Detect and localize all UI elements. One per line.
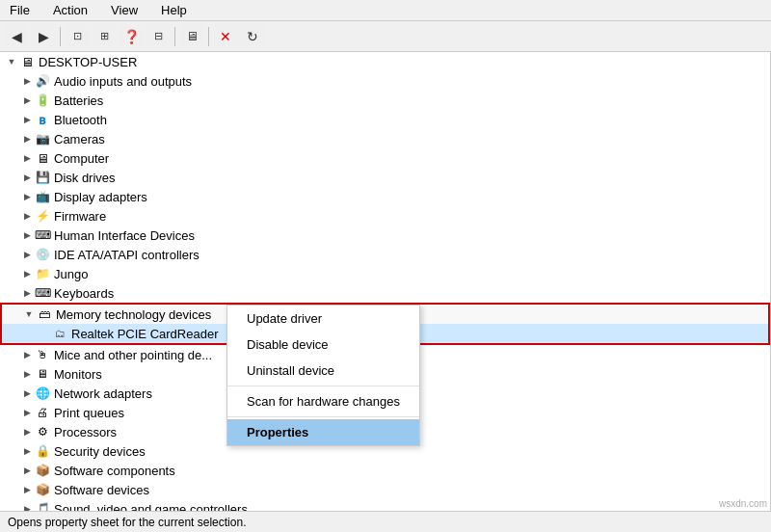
list-item[interactable]: ▶ Firmware [0, 206, 770, 226]
toolbar-sep-2 [174, 27, 175, 46]
toggle[interactable]: ▶ [19, 93, 35, 108]
root-toggle[interactable]: ▼ [4, 54, 19, 69]
ctx-update-driver[interactable]: Update driver [227, 306, 419, 332]
sw-devices-icon [35, 482, 50, 497]
ide-icon: 💿 [35, 247, 50, 262]
item-label: Realtek PCIE CardReader [71, 327, 218, 341]
toggle[interactable]: ▶ [19, 347, 35, 362]
toggle[interactable]: ▶ [19, 443, 35, 459]
forward-button[interactable]: ▶ [31, 24, 56, 49]
ctx-sep-2 [227, 416, 419, 417]
print-icon [35, 405, 50, 420]
toggle[interactable]: ▶ [19, 227, 35, 243]
item-label: Processors [54, 425, 117, 439]
item-label: Print queues [54, 406, 124, 420]
menubar: File Action View Help [0, 0, 771, 21]
network-icon [35, 386, 50, 401]
toggle[interactable]: ▶ [19, 482, 35, 497]
item-label: Firmware [54, 209, 106, 224]
menu-action[interactable]: Action [47, 1, 93, 19]
item-label: Bluetooth [54, 113, 107, 127]
list-item[interactable]: ▶ ʙ Bluetooth [0, 110, 770, 129]
toggle[interactable]: ▶ [19, 405, 35, 420]
item-label: Jungo [54, 267, 88, 281]
toggle[interactable]: ▶ [19, 131, 35, 146]
list-item[interactable]: ▶ Computer [0, 148, 770, 168]
toggle[interactable]: ▶ [19, 170, 35, 185]
list-item[interactable]: ▶ Software components [0, 461, 770, 480]
watermark: wsxdn.com [719, 498, 767, 509]
mouse-icon: 🖱 [35, 347, 50, 362]
toggle[interactable]: ▶ [19, 366, 35, 382]
item-label: Mice and other pointing de... [54, 348, 212, 362]
item-label: Human Interface Devices [54, 228, 195, 243]
root-label: DESKTOP-USER [39, 55, 137, 69]
list-item[interactable]: ▶ Jungo [0, 264, 770, 283]
list-item[interactable]: ▶ Batteries [0, 91, 770, 110]
list-item[interactable]: ▶ ⌨ Human Interface Devices [0, 226, 770, 245]
menu-help[interactable]: Help [155, 1, 193, 19]
toggle[interactable]: ▼ [21, 306, 37, 322]
back-button[interactable]: ◀ [4, 24, 29, 49]
item-label: Disk drives [54, 171, 116, 185]
menu-file[interactable]: File [4, 1, 36, 19]
monitor-icon: 🖥 [35, 366, 50, 382]
display-icon: 📺 [35, 189, 50, 204]
view2-button[interactable]: ⊞ [92, 24, 117, 49]
item-label: Cameras [54, 132, 105, 146]
list-item[interactable]: ▶ Audio inputs and outputs [0, 71, 770, 91]
hid-icon: ⌨ [35, 227, 50, 243]
toggle[interactable]: ▶ [19, 73, 35, 89]
list-item[interactable]: ▶ 💾 Disk drives [0, 168, 770, 187]
main-content: ▼ DESKTOP-USER ▶ Audio inputs and output… [0, 52, 771, 511]
toggle[interactable]: ▶ [19, 247, 35, 262]
item-label: Audio inputs and outputs [54, 74, 192, 89]
ctx-disable-device[interactable]: Disable device [227, 332, 419, 358]
list-item[interactable]: ▶ Sound, video and game controllers [0, 499, 770, 511]
toggle[interactable]: ▶ [19, 266, 35, 281]
item-label: Display adapters [54, 190, 147, 204]
list-item[interactable]: ▶ ⌨ Keyboards [0, 283, 770, 303]
toggle[interactable]: ▶ [19, 424, 35, 439]
bluetooth-icon: ʙ [35, 112, 50, 127]
toggle[interactable]: ▶ [19, 463, 35, 478]
battery-icon [35, 93, 50, 108]
remove-button[interactable]: ✕ [213, 24, 238, 49]
computer-icon [19, 54, 35, 69]
view3-button[interactable]: ⊟ [146, 24, 171, 49]
refresh-button[interactable]: ↻ [240, 24, 265, 49]
ctx-properties[interactable]: Properties [227, 419, 419, 445]
menu-view[interactable]: View [105, 1, 144, 19]
list-item[interactable]: ▶ 💿 IDE ATA/ATAPI controllers [0, 245, 770, 264]
item-label: IDE ATA/ATAPI controllers [54, 248, 199, 262]
camera-icon [35, 131, 50, 146]
tree-root[interactable]: ▼ DESKTOP-USER [0, 52, 770, 71]
toggle[interactable]: ▶ [19, 189, 35, 204]
cardreader-icon: 🗂 [52, 326, 67, 341]
toolbar-sep-1 [60, 27, 61, 46]
ctx-uninstall-device[interactable]: Uninstall device [227, 358, 419, 384]
item-label: Monitors [54, 367, 102, 382]
context-menu: Update driver Disable device Uninstall d… [226, 305, 420, 446]
security-icon [35, 443, 50, 459]
toggle[interactable]: ▶ [19, 150, 35, 166]
ctx-sep-1 [227, 386, 419, 386]
item-label: Computer [54, 151, 109, 166]
help-button[interactable]: ❓ [119, 24, 144, 49]
memory-icon: 🗃 [37, 306, 52, 322]
list-item[interactable]: ▶ Cameras [0, 129, 770, 148]
list-item[interactable]: ▶ Software devices [0, 480, 770, 499]
view1-button[interactable]: ⊡ [65, 24, 90, 49]
toggle[interactable]: ▶ [19, 112, 35, 127]
toggle[interactable]: ▶ [19, 208, 35, 224]
device-button[interactable]: 🖥 [179, 24, 204, 49]
toggle[interactable]: ▶ [19, 285, 35, 301]
toggle[interactable]: ▶ [19, 501, 35, 511]
ctx-scan-hardware[interactable]: Scan for hardware changes [227, 388, 419, 414]
item-label: Security devices [54, 444, 146, 459]
sw-icon [35, 463, 50, 478]
toggle[interactable]: ▶ [19, 386, 35, 401]
item-label: Software devices [54, 483, 149, 497]
item-label: Memory technology devices [56, 307, 211, 322]
list-item[interactable]: ▶ 📺 Display adapters [0, 187, 770, 206]
